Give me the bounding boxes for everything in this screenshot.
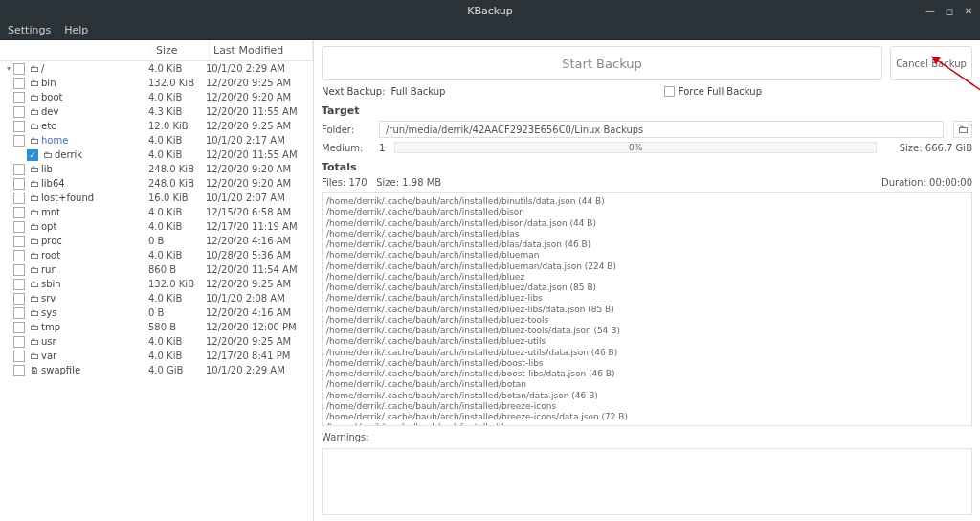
folder-browse-button[interactable]: 🗀 [953,121,972,138]
expander-icon[interactable]: ▾ [4,64,13,73]
checkbox-icon[interactable] [13,279,25,290]
checkbox-icon[interactable] [13,63,25,75]
tree-row[interactable]: ▸🗀srv4.0 KiB10/1/20 2:08 AM [0,291,313,306]
warnings-output[interactable] [322,448,972,515]
totals-left: Files: 170 Size: 1.98 MB [322,177,441,188]
folder-label: Folder: [322,125,369,135]
totals-section-title: Totals [322,161,972,173]
tree-item-size: 132.0 KiB [148,279,206,289]
close-icon[interactable]: ✕ [963,6,974,16]
tree-row[interactable]: ▸🗀run860 B12/20/20 11:54 AM [0,262,313,277]
tree-item-modified: 10/1/20 2:29 AM [206,365,309,375]
tree-item-name: home [41,135,148,146]
tree-row[interactable]: ▸🗀dev4.3 KiB12/20/20 11:55 AM [0,104,313,119]
menu-settings[interactable]: Settings [8,24,51,36]
checkbox-icon[interactable] [13,78,25,89]
checkbox-icon[interactable] [13,221,25,233]
tree-row[interactable]: ▸🗀sbin132.0 KiB12/20/20 9:25 AM [0,277,313,291]
checkbox-icon[interactable] [13,193,25,204]
tree-item-name: derrik [55,149,148,160]
log-output[interactable]: /home/derrik/.cache/bauh/arch/installed/… [322,192,972,426]
tree-header-name[interactable] [0,48,152,54]
tree-item-size: 4.0 KiB [148,149,206,160]
tree-row[interactable]: ▸🗀etc12.0 KiB12/20/20 9:25 AM [0,119,313,133]
folder-input[interactable]: /run/media/derrik/42AACF2923E656C0/Linux… [379,121,944,138]
checkbox-icon[interactable] [13,236,25,247]
checkbox-icon[interactable] [13,178,25,190]
tree-item-modified: 12/20/20 9:25 AM [206,336,309,347]
tree-row[interactable]: ▸✓🗀derrik4.0 KiB12/20/20 11:55 AM [0,147,313,162]
tree-item-size: 0 B [148,236,206,246]
tree-row[interactable]: ▸🗀var4.0 KiB12/17/20 8:41 PM [0,349,313,363]
checkbox-icon[interactable] [13,250,25,261]
folder-icon: 🗀 [28,250,41,260]
tree-item-name: sys [41,307,148,318]
checkbox-icon[interactable] [13,264,25,276]
tree-row[interactable]: ▸🗀root4.0 KiB10/28/20 5:36 AM [0,248,313,262]
tree-item-modified: 12/17/20 8:41 PM [206,351,309,361]
tree-row[interactable]: ▸🗀usr4.0 KiB12/20/20 9:25 AM [0,334,313,349]
checkbox-icon[interactable] [13,121,25,132]
tree-item-size: 4.0 KiB [148,63,206,74]
tree-item-modified: 10/1/20 2:29 AM [206,63,309,74]
tree-item-size: 4.0 KiB [148,293,206,304]
tree-header-size[interactable]: Size [152,41,210,59]
tree-row[interactable]: ▸🗀boot4.0 KiB12/20/20 9:20 AM [0,90,313,104]
folder-icon: 🗀 [28,221,41,232]
start-backup-button[interactable]: Start Backup [322,46,882,80]
minimize-icon[interactable]: — [924,6,936,16]
folder-icon: 🗀 [28,293,41,304]
tree-row[interactable]: ▸🗀proc0 B12/20/20 4:16 AM [0,234,313,248]
tree-row[interactable]: ▸🗀bin132.0 KiB12/20/20 9:25 AM [0,76,313,90]
checkbox-icon[interactable]: ✓ [27,149,38,161]
tree-row[interactable]: 🗎swapfile4.0 GiB10/1/20 2:29 AM [0,363,313,377]
tree-item-name: run [41,264,148,275]
checkbox-icon[interactable] [13,351,25,362]
tree-item-size: 4.3 KiB [148,106,206,117]
tree-row[interactable]: ▾🗀/4.0 KiB10/1/20 2:29 AM [0,61,313,76]
tree-item-size: 0 B [148,307,206,318]
tree-row[interactable]: ▾🗀home4.0 KiB10/1/20 2:17 AM [0,133,313,147]
totals-duration: Duration: 00:00:00 [881,177,972,188]
tree-item-modified: 12/20/20 11:54 AM [206,264,309,275]
tree-item-size: 248.0 KiB [148,164,206,174]
checkbox-icon[interactable] [13,322,25,333]
checkbox-icon[interactable] [13,207,25,218]
tree-item-name: swapfile [41,365,148,375]
tree-row[interactable]: ▸🗀opt4.0 KiB12/17/20 11:19 AM [0,219,313,234]
cancel-backup-button[interactable]: Cancel Backup [890,46,972,80]
folder-icon: 🗀 [28,106,41,117]
checkbox-icon[interactable] [13,307,25,319]
tree-item-name: boot [41,92,148,102]
folder-icon: 🗀 [28,193,41,203]
checkbox-icon[interactable] [13,92,25,103]
tree-row[interactable]: ▸🗀sys0 B12/20/20 4:16 AM [0,306,313,320]
checkbox-icon[interactable] [13,164,25,175]
tree-item-size: 248.0 KiB [148,178,206,189]
backup-panel: Start Backup Cancel Backup Next Backup: … [314,40,980,521]
folder-icon: 🗀 [28,351,41,361]
tree-row[interactable]: ▸🗀lost+found16.0 KiB10/1/20 2:07 AM [0,191,313,205]
tree-item-modified: 12/20/20 11:55 AM [206,106,309,117]
tree-row[interactable]: ▸🗀lib248.0 KiB12/20/20 9:20 AM [0,162,313,176]
file-tree[interactable]: ▾🗀/4.0 KiB10/1/20 2:29 AM▸🗀bin132.0 KiB1… [0,61,313,521]
tree-item-size: 4.0 KiB [148,250,206,260]
checkbox-icon[interactable] [13,336,25,348]
tree-row[interactable]: ▸🗀tmp580 B12/20/20 12:00 PM [0,320,313,334]
maximize-icon[interactable]: ◻ [944,6,955,16]
tree-item-name: proc [41,236,148,246]
tree-item-name: sbin [41,279,148,289]
tree-header-modified[interactable]: Last Modified [210,41,313,59]
tree-item-name: lost+found [41,193,148,203]
menu-help[interactable]: Help [64,24,88,36]
tree-item-modified: 10/1/20 2:17 AM [206,135,309,146]
tree-item-modified: 10/1/20 2:07 AM [206,193,309,203]
checkbox-icon[interactable] [13,106,25,118]
checkbox-icon[interactable] [13,365,25,376]
tree-row[interactable]: ▸🗀lib64248.0 KiB12/20/20 9:20 AM [0,176,313,191]
checkbox-icon[interactable] [13,135,25,147]
checkbox-icon[interactable] [13,293,25,305]
force-full-backup-checkbox[interactable]: Force Full Backup [664,86,762,97]
tree-item-name: mnt [41,207,148,217]
tree-row[interactable]: ▸🗀mnt4.0 KiB12/15/20 6:58 AM [0,205,313,219]
